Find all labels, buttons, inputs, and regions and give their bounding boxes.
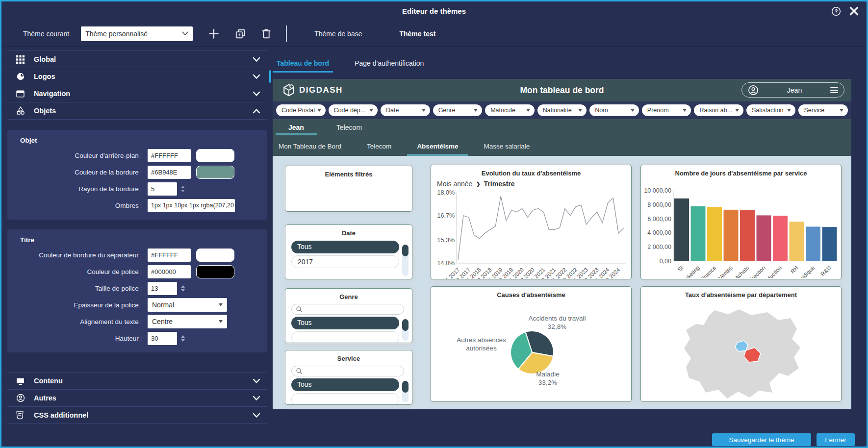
stepper-arrows-icon[interactable]	[181, 335, 185, 342]
save-theme-button[interactable]: Sauvegarder le thème	[712, 433, 811, 446]
filter-chip[interactable]: Nationalité	[537, 104, 587, 116]
current-theme-select[interactable]: Thème personnalisé	[81, 26, 193, 41]
number-input[interactable]: 5	[148, 182, 177, 196]
color-swatch[interactable]	[196, 149, 234, 162]
tab-page-d-authentification[interactable]: Page d'authentification	[351, 56, 428, 73]
step-up-icon[interactable]	[181, 335, 185, 338]
search-input[interactable]	[291, 366, 404, 376]
window-title: Editeur de thèmes	[1, 1, 867, 21]
filter-value-item-partial[interactable]	[291, 331, 399, 343]
duplicate-theme-button[interactable]	[235, 28, 246, 39]
object-panel-title: Objet	[20, 137, 260, 144]
help-icon[interactable]: ?	[831, 6, 841, 18]
chevron-down-icon	[182, 31, 188, 36]
filter-chip[interactable]: Code Postal	[276, 104, 326, 116]
hamburger-menu-icon[interactable]	[830, 87, 838, 93]
scrollbar-track[interactable]	[402, 245, 408, 276]
search-input[interactable]	[291, 304, 404, 315]
close-icon[interactable]	[849, 6, 859, 18]
sub-tab[interactable]: Mon Tableau de Bord	[279, 138, 341, 156]
color-value-input[interactable]: #FFFFFF	[148, 249, 191, 262]
chevron-down-icon	[683, 109, 687, 112]
sidebar-section-autres[interactable]: Autres	[7, 390, 267, 407]
filter-chip-label: Matricule	[490, 107, 515, 114]
map-region-shape[interactable]	[684, 309, 800, 398]
user-menu[interactable]: Jean	[741, 82, 844, 98]
sidebar-scrollbar-thumb[interactable]	[269, 70, 271, 83]
filter-chip[interactable]: Matricule	[485, 104, 535, 116]
delete-theme-button[interactable]	[261, 28, 271, 39]
brand-text: DIGDASH	[299, 85, 343, 95]
filter-value-item-partial[interactable]	[291, 393, 399, 405]
tab-tableau-de-bord[interactable]: Tableau de bord	[273, 56, 333, 73]
sidebar-section-navigation[interactable]: Navigation	[7, 85, 267, 102]
map-department-blue[interactable]	[735, 341, 748, 351]
filter-value-item[interactable]: Tous	[291, 317, 399, 329]
chevron-down-icon[interactable]	[253, 378, 260, 384]
close-button[interactable]: Fermer	[817, 433, 855, 446]
step-down-icon[interactable]	[181, 339, 185, 342]
css-icon	[16, 411, 27, 420]
stepper-arrows-icon[interactable]	[181, 186, 185, 192]
bar-chart-plot: 10 000,008 000,006 000,004 000,002 000,0…	[641, 187, 842, 278]
chevron-down-icon[interactable]	[253, 74, 260, 79]
sidebar-section-objets[interactable]: Objets	[7, 102, 267, 120]
color-swatch[interactable]	[196, 249, 234, 262]
scrollbar-thumb[interactable]	[402, 381, 408, 393]
step-down-icon[interactable]	[181, 190, 185, 192]
page-tab[interactable]: Jean	[288, 119, 304, 138]
step-up-icon[interactable]	[181, 186, 185, 188]
color-value-input[interactable]: #000000	[148, 265, 191, 278]
filter-chip[interactable]: Genre	[433, 104, 483, 116]
select-input[interactable]: Normal	[148, 298, 227, 312]
chevron-down-icon[interactable]	[253, 413, 260, 418]
setting-label: Epaisseur de la police:	[14, 301, 144, 309]
scrollbar-track[interactable]	[402, 381, 408, 402]
filter-value-item[interactable]: 2017	[291, 255, 399, 268]
chevron-down-icon[interactable]	[253, 57, 260, 62]
chevron-down-icon[interactable]	[253, 396, 260, 401]
filter-chip[interactable]: Nom	[589, 104, 639, 116]
number-input[interactable]: 13	[148, 282, 177, 295]
add-theme-button[interactable]	[208, 28, 219, 39]
sidebar-section-global[interactable]: Global	[7, 51, 267, 68]
scrollbar-thumb[interactable]	[402, 245, 408, 256]
color-swatch[interactable]	[196, 265, 234, 278]
chevron-down-icon[interactable]	[253, 91, 260, 97]
svg-text:4 000,00: 4 000,00	[647, 229, 671, 236]
number-input[interactable]: 30	[148, 332, 177, 345]
scrollbar-track[interactable]	[402, 319, 408, 341]
filter-value-item[interactable]: Tous	[291, 378, 399, 391]
breadcrumb-current[interactable]: Trimestre	[484, 180, 515, 188]
color-value-input[interactable]: #6B948E	[148, 166, 191, 179]
sidebar-section-css-additionnel[interactable]: CSS additionnel	[7, 407, 267, 424]
step-down-icon[interactable]	[181, 289, 185, 292]
sidebar-section-logos[interactable]: Logos	[7, 68, 267, 85]
color-value-input[interactable]: #FFFFFF	[148, 149, 191, 162]
sidebar-section-label: Global	[34, 55, 253, 63]
chart-title: Evolution du taux d'absentéisme	[431, 170, 631, 177]
breadcrumb-parent[interactable]: Mois année	[437, 180, 472, 188]
chevron-up-icon[interactable]	[253, 108, 260, 114]
sub-tab[interactable]: Masse salariale	[484, 138, 530, 156]
scrollbar-thumb[interactable]	[402, 319, 408, 331]
filter-chip[interactable]: Code dép...	[329, 104, 378, 116]
stepper-arrows-icon[interactable]	[181, 285, 185, 292]
filter-chip[interactable]: Service	[798, 104, 848, 116]
chevron-down-icon	[631, 109, 635, 112]
filter-chip[interactable]: Date	[381, 104, 430, 116]
step-up-icon[interactable]	[181, 285, 185, 288]
text-input[interactable]: 1px 1px 10px 1px rgba(207,20	[148, 199, 235, 212]
filter-chip[interactable]: Satisfaction	[746, 104, 796, 116]
filter-chip[interactable]: Prénom	[642, 104, 691, 116]
sub-tab[interactable]: Absentéisme	[417, 138, 458, 156]
drill-breadcrumb[interactable]: Mois année ❯ Trimestre	[437, 180, 515, 188]
page-tab[interactable]: Telecom	[336, 119, 362, 138]
filter-chip[interactable]: Raison ab...	[694, 104, 743, 116]
select-input[interactable]: Centre	[148, 315, 227, 328]
title-panel-title: Titre	[20, 236, 260, 244]
sub-tab[interactable]: Telecom	[367, 138, 391, 156]
filter-value-item[interactable]: Tous	[291, 241, 399, 253]
color-swatch[interactable]	[196, 166, 234, 179]
sidebar-section-contenu[interactable]: Contenu	[7, 373, 267, 390]
